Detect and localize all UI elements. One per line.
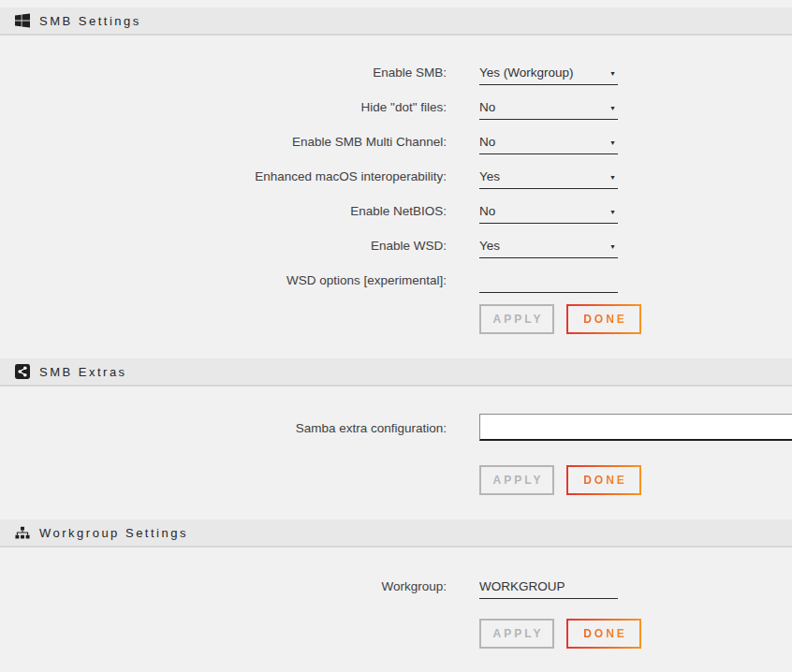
sitemap-icon xyxy=(15,525,30,540)
workgroup-buttons: APPLY DONE xyxy=(479,619,792,649)
apply-button[interactable]: APPLY xyxy=(479,304,554,334)
row-samba-extra: Samba extra configuration: xyxy=(0,414,792,441)
done-button[interactable]: DONE xyxy=(566,619,641,649)
chevron-down-icon: ▼ xyxy=(609,105,618,119)
done-button[interactable]: DONE xyxy=(566,465,641,495)
smb-extras-header: SMB Extras xyxy=(0,358,792,387)
chevron-down-icon: ▼ xyxy=(609,139,618,153)
row-enable-wsd: Enable WSD: Yes ▼ xyxy=(0,235,792,258)
chevron-down-icon: ▼ xyxy=(609,243,618,257)
enable-smb-select[interactable]: Yes (Workgroup) ▼ xyxy=(479,62,618,85)
select-value: Yes xyxy=(479,169,500,188)
workgroup-settings-header: Workgroup Settings xyxy=(0,519,792,548)
select-value: Yes (Workgroup) xyxy=(479,66,574,84)
field-label: Enable NetBIOS: xyxy=(0,204,447,224)
field-label: Enhanced macOS interoperability: xyxy=(0,169,447,189)
apply-button[interactable]: APPLY xyxy=(479,619,554,649)
select-value: Yes xyxy=(479,239,500,257)
row-macos-interop: Enhanced macOS interoperability: Yes ▼ xyxy=(0,166,792,189)
smb-multi-channel-select[interactable]: No ▼ xyxy=(479,131,618,154)
workgroup-input[interactable] xyxy=(479,579,618,598)
enable-wsd-select[interactable]: Yes ▼ xyxy=(479,235,618,258)
row-wsd-options: WSD options [experimental]: xyxy=(0,270,792,293)
select-value: No xyxy=(479,204,495,223)
samba-extra-textarea[interactable] xyxy=(479,414,792,441)
samba-extra-field xyxy=(479,414,792,441)
field-label: Enable SMB: xyxy=(0,66,447,85)
field-label: Hide "dot" files: xyxy=(0,100,447,120)
smb-extras-buttons: APPLY DONE xyxy=(479,465,792,495)
macos-interop-select[interactable]: Yes ▼ xyxy=(479,166,618,189)
windows-icon xyxy=(15,13,30,28)
workgroup-field xyxy=(479,576,618,599)
row-hide-dot-files: Hide "dot" files: No ▼ xyxy=(0,96,792,120)
apply-button[interactable]: APPLY xyxy=(479,465,554,495)
field-label: WSD options [experimental]: xyxy=(0,273,447,293)
wsd-options-field xyxy=(479,270,618,293)
section-title: SMB Settings xyxy=(39,14,141,28)
settings-page: SMB Settings Enable SMB: Yes (Workgroup)… xyxy=(0,0,792,672)
done-button[interactable]: DONE xyxy=(566,304,641,334)
smb-settings-buttons: APPLY DONE xyxy=(479,304,792,334)
enable-netbios-select[interactable]: No ▼ xyxy=(479,200,618,224)
row-workgroup: Workgroup: xyxy=(0,576,792,599)
chevron-down-icon: ▼ xyxy=(609,174,618,188)
row-enable-smb: Enable SMB: Yes (Workgroup) ▼ xyxy=(0,62,792,85)
workgroup-form: Workgroup: APPLY DONE xyxy=(0,548,792,649)
smb-extras-form: Samba extra configuration: APPLY DONE xyxy=(0,387,792,495)
select-value: No xyxy=(479,135,495,153)
chevron-down-icon: ▼ xyxy=(609,209,618,223)
field-label: Samba extra configuration: xyxy=(0,414,447,435)
chevron-down-icon: ▼ xyxy=(609,70,618,84)
field-label: Enable WSD: xyxy=(0,239,447,258)
smb-settings-header: SMB Settings xyxy=(0,7,792,36)
section-title: Workgroup Settings xyxy=(39,526,188,540)
field-label: Workgroup: xyxy=(0,579,447,599)
share-square-icon xyxy=(15,364,30,379)
wsd-options-input[interactable] xyxy=(479,273,618,292)
row-enable-netbios: Enable NetBIOS: No ▼ xyxy=(0,200,792,224)
select-value: No xyxy=(479,100,495,119)
smb-settings-form: Enable SMB: Yes (Workgroup) ▼ Hide "dot"… xyxy=(0,36,792,334)
hide-dot-files-select[interactable]: No ▼ xyxy=(479,96,618,120)
field-label: Enable SMB Multi Channel: xyxy=(0,135,447,154)
row-smb-multi-channel: Enable SMB Multi Channel: No ▼ xyxy=(0,131,792,154)
section-title: SMB Extras xyxy=(39,365,127,379)
